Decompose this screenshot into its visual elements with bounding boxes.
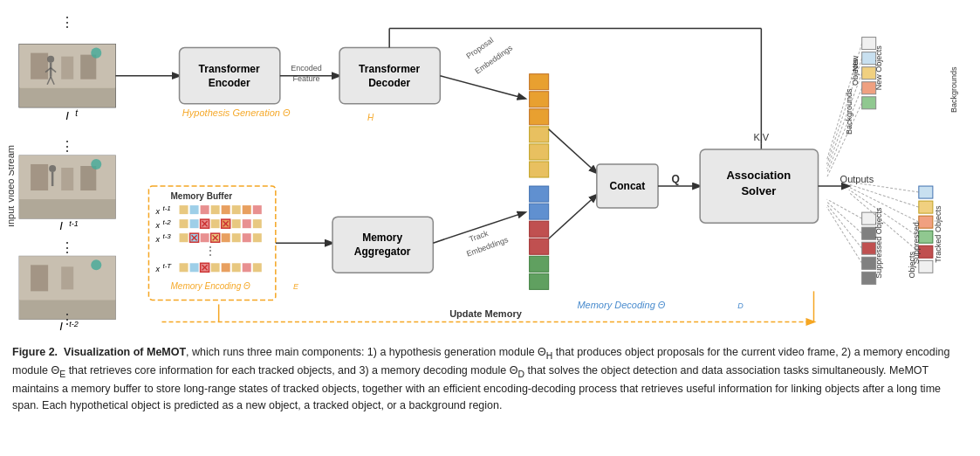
svg-rect-127 — [530, 238, 549, 254]
svg-rect-81 — [253, 219, 262, 228]
svg-text:t-3: t-3 — [162, 232, 171, 240]
svg-rect-128 — [530, 256, 549, 272]
svg-rect-129 — [530, 273, 549, 289]
figure-label: Figure 2. — [12, 346, 58, 358]
svg-text:x: x — [154, 221, 160, 230]
svg-rect-99 — [180, 263, 188, 272]
svg-rect-93 — [232, 233, 241, 242]
svg-text:Tracked Objects: Tracked Objects — [934, 205, 942, 263]
svg-text:⋮: ⋮ — [205, 245, 216, 257]
diagram-svg: I t I t-1 I t-2 ⋮ ⋮ ⋮ — [9, 7, 971, 339]
svg-text:Backgrounds: Backgrounds — [949, 66, 958, 113]
svg-rect-65 — [232, 205, 241, 214]
svg-rect-67 — [253, 205, 262, 214]
svg-text:H: H — [367, 113, 374, 122]
svg-text:Hypothesis Generation Θ: Hypothesis Generation Θ — [182, 107, 291, 118]
svg-text:Suppressed Objects: Suppressed Objects — [874, 207, 883, 279]
svg-rect-94 — [243, 233, 251, 242]
svg-rect-119 — [530, 92, 549, 107]
svg-text:Memory Encoding Θ: Memory Encoding Θ — [171, 281, 250, 291]
svg-rect-21 — [61, 168, 73, 190]
svg-rect-118 — [530, 74, 549, 90]
svg-rect-5 — [31, 53, 48, 79]
svg-rect-126 — [530, 221, 549, 237]
svg-rect-121 — [530, 127, 549, 142]
svg-text:t-1: t-1 — [69, 219, 79, 228]
svg-rect-48 — [339, 48, 440, 104]
svg-text:t-T: t-T — [162, 262, 172, 270]
svg-rect-61 — [190, 205, 199, 214]
svg-text:Encoder: Encoder — [209, 77, 250, 89]
svg-text:Association: Association — [726, 169, 791, 182]
svg-point-25 — [91, 159, 101, 169]
svg-text:Transformer: Transformer — [199, 63, 260, 75]
svg-rect-22 — [80, 166, 96, 190]
svg-rect-112 — [332, 217, 433, 273]
svg-rect-32 — [61, 266, 73, 289]
svg-rect-70 — [180, 219, 188, 228]
svg-rect-60 — [180, 205, 188, 214]
svg-text:Objects: Objects — [851, 59, 860, 86]
svg-rect-7 — [80, 55, 96, 79]
svg-rect-160 — [919, 245, 933, 258]
svg-rect-31 — [31, 265, 48, 291]
svg-rect-108 — [253, 263, 262, 272]
svg-rect-4 — [19, 88, 115, 107]
svg-rect-62 — [201, 205, 209, 214]
svg-rect-124 — [530, 186, 549, 202]
svg-rect-106 — [232, 263, 241, 272]
svg-rect-122 — [530, 144, 549, 160]
svg-text:Encoded: Encoded — [291, 64, 322, 73]
caption-text-3: that retrieves core information for each… — [65, 364, 517, 377]
caption-bold-title: Visualization of MeMOT — [64, 346, 186, 358]
svg-text:Feature: Feature — [292, 74, 319, 83]
diagram-area: I t I t-1 I t-2 ⋮ ⋮ ⋮ — [9, 7, 971, 339]
svg-text:Q: Q — [671, 173, 679, 185]
svg-text:⋮: ⋮ — [60, 14, 74, 30]
svg-point-8 — [47, 56, 54, 63]
svg-rect-150 — [862, 97, 876, 109]
svg-text:Objects: Objects — [908, 252, 916, 279]
svg-text:⋮: ⋮ — [60, 138, 74, 154]
svg-text:I: I — [65, 109, 69, 122]
svg-rect-123 — [530, 162, 549, 177]
svg-text:Transformer: Transformer — [359, 63, 420, 75]
svg-point-33 — [91, 259, 101, 270]
svg-rect-80 — [243, 219, 251, 228]
svg-rect-104 — [211, 263, 220, 272]
svg-rect-64 — [222, 205, 230, 214]
svg-rect-84 — [180, 233, 188, 242]
svg-text:Memory Buffer: Memory Buffer — [171, 191, 233, 201]
svg-text:I: I — [59, 219, 63, 232]
svg-text:New Objects: New Objects — [874, 45, 883, 91]
svg-text:⋮: ⋮ — [60, 311, 74, 327]
svg-text:Aggregator: Aggregator — [354, 245, 411, 258]
svg-text:Concat: Concat — [610, 180, 646, 192]
page-container: I t I t-1 I t-2 ⋮ ⋮ ⋮ — [0, 0, 980, 425]
svg-rect-158 — [919, 216, 933, 228]
svg-text:Input Video Stream: Input Video Stream — [9, 145, 16, 227]
svg-rect-161 — [919, 260, 933, 273]
svg-rect-75 — [211, 219, 220, 228]
svg-rect-159 — [919, 231, 933, 243]
svg-text:t-2: t-2 — [162, 218, 171, 226]
svg-text:Update Memory: Update Memory — [449, 308, 523, 319]
svg-rect-20 — [31, 164, 48, 190]
svg-text:x: x — [154, 207, 160, 216]
svg-text:⋮: ⋮ — [60, 239, 74, 255]
svg-rect-107 — [243, 263, 251, 272]
svg-point-14 — [91, 48, 101, 59]
svg-rect-100 — [190, 263, 199, 272]
caption-text: Figure 2. Visualization of MeMOT, which … — [12, 344, 968, 414]
svg-rect-105 — [222, 263, 230, 272]
svg-rect-157 — [919, 201, 933, 213]
svg-rect-79 — [232, 219, 241, 228]
svg-rect-120 — [530, 109, 549, 125]
svg-rect-42 — [180, 48, 280, 104]
svg-text:Backgrounds: Backgrounds — [845, 88, 853, 135]
svg-rect-66 — [243, 205, 251, 214]
svg-rect-95 — [253, 233, 262, 242]
svg-text:Solver: Solver — [741, 184, 776, 197]
svg-text:Memory Decoding Θ: Memory Decoding Θ — [577, 300, 665, 310]
svg-rect-71 — [190, 219, 199, 228]
